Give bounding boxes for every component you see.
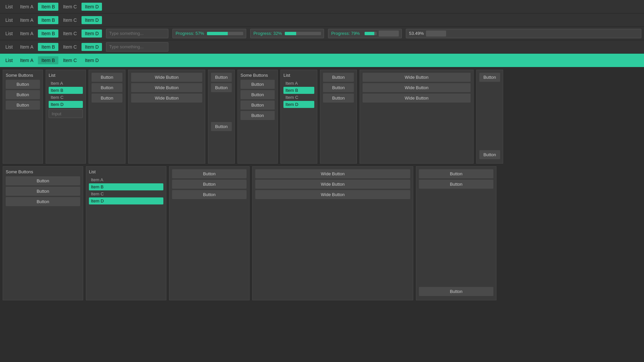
panel-bottom-bw-btn3[interactable]: Wide Button xyxy=(255,190,410,199)
panel-bottom-sb-btn2[interactable]: Button xyxy=(6,187,80,196)
panel-bn1-btn2[interactable]: Button xyxy=(92,83,122,92)
panel-bw1-btn3[interactable]: Wide Button xyxy=(131,94,202,103)
panel-sb2-btn4[interactable]: Button xyxy=(240,111,275,120)
panel-list-1-item-c[interactable]: Item C xyxy=(49,94,83,101)
nav-row-2-item-a[interactable]: Item A xyxy=(17,16,37,24)
panel-bn2-btn2[interactable]: Button xyxy=(323,83,354,92)
nav-row-4-item-b[interactable]: Item B xyxy=(38,43,58,51)
progress-32-track xyxy=(285,32,321,35)
panel-list-1-input[interactable] xyxy=(49,109,83,118)
panel-bottom-single-btn2[interactable]: Button xyxy=(419,180,493,189)
panel-some-buttons-1: Some Buttons Button Button Button xyxy=(3,70,43,164)
nav-row-5-label: List xyxy=(3,57,15,64)
panel-btns-narrow-2: Button Button Button xyxy=(320,70,357,164)
panel-bw2-btn3[interactable]: Wide Button xyxy=(363,94,471,103)
panel-bottom-sb-btn3[interactable]: Button xyxy=(6,197,80,206)
nav-row-1-label: List xyxy=(3,3,15,10)
progress-79-fill xyxy=(365,32,374,35)
panel-bottom-bw-btn1[interactable]: Wide Button xyxy=(255,169,410,178)
panel-list-1-item-b[interactable]: Item B xyxy=(49,87,83,94)
panel-sb2-btn2[interactable]: Button xyxy=(240,90,275,99)
panel-list-1: List Item A Item B Item C Item D xyxy=(46,70,86,164)
nav-row-1-item-c[interactable]: Item C xyxy=(60,3,80,11)
nav-row-3-item-c[interactable]: Item C xyxy=(60,29,80,38)
panel-bn2-btn3[interactable]: Button xyxy=(323,94,354,103)
panel-some-buttons-1-title: Some Buttons xyxy=(6,73,40,78)
panel-single-top-btn1[interactable]: Button xyxy=(211,73,232,82)
panel-bottom-sb-title: Some Buttons xyxy=(6,169,80,174)
nav-row-5-item-c[interactable]: Item C xyxy=(60,56,80,64)
panel-single2-bot-btn[interactable]: Button xyxy=(479,150,500,159)
nav-row-2-item-c[interactable]: Item C xyxy=(60,16,80,24)
panel-bw2-btn1[interactable]: Wide Button xyxy=(363,73,471,82)
progress-bar-79: Progress: 79% xyxy=(328,29,402,38)
panel-single2-spacer xyxy=(479,83,500,150)
nav-row-1-item-d[interactable]: Item D xyxy=(82,3,102,11)
panel-single-top-btn2[interactable]: Button xyxy=(211,83,232,92)
nav-row-2-label: List xyxy=(3,17,15,23)
panel-bottom-sb-btn1[interactable]: Button xyxy=(6,176,80,185)
panel-list-1-title: List xyxy=(49,73,83,78)
panel-single-mid-btn[interactable]: Button xyxy=(211,122,232,131)
nav-row-2-item-d[interactable]: Item D xyxy=(82,16,102,24)
nav-row-1: List Item A Item B Item C Item D xyxy=(0,0,644,13)
panel-list-2-item-d[interactable]: Item D xyxy=(283,101,314,108)
panel-list-1-item-a[interactable]: Item A xyxy=(49,80,83,87)
panel-sb2-btn1[interactable]: Button xyxy=(240,80,275,89)
progress-57-fill xyxy=(207,32,228,35)
panel-bw1-btn2[interactable]: Wide Button xyxy=(131,83,202,92)
nav-row-3-item-b[interactable]: Item B xyxy=(38,29,58,38)
panel-bottom-list-item-c[interactable]: Item C xyxy=(89,190,163,197)
progress-bar-57: Progress: 57% xyxy=(172,29,246,38)
panel-sb1-btn1[interactable]: Button xyxy=(6,80,40,89)
panel-list-2-item-a[interactable]: Item A xyxy=(283,80,314,87)
panel-sb1-btn3[interactable]: Button xyxy=(6,101,40,110)
panel-single-btn-1: Button Button Button xyxy=(208,70,235,164)
panel-bottom-btns-narrow: Button Button Button xyxy=(169,166,250,300)
panel-list-2-item-b[interactable]: Item B xyxy=(283,87,314,94)
nav-row-4-item-a[interactable]: Item A xyxy=(17,43,37,51)
nav-row-1-item-a[interactable]: Item A xyxy=(17,3,37,11)
nav-row-5-item-a[interactable]: Item A xyxy=(17,56,37,64)
panel-bottom-list-item-a[interactable]: Item A xyxy=(89,176,163,183)
panel-bottom-bn-btn1[interactable]: Button xyxy=(172,169,247,178)
progress-32-fill xyxy=(285,32,297,35)
nav-row-4-label: List xyxy=(3,44,15,50)
nav-row-3-item-a[interactable]: Item A xyxy=(17,29,37,38)
panel-bottom-btns-wide: Wide Button Wide Button Wide Button xyxy=(252,166,413,300)
progress-32-label: Progress: 32% xyxy=(253,31,282,36)
nav-row-1-item-b[interactable]: Item B xyxy=(38,3,58,11)
panel-bottom-bw-btn2[interactable]: Wide Button xyxy=(255,180,410,189)
panel-bn1-btn3[interactable]: Button xyxy=(92,94,122,103)
panel-bottom-list-item-d[interactable]: Item D xyxy=(89,197,163,204)
panel-single-spacer2 xyxy=(211,132,232,161)
panel-bw1-btn1[interactable]: Wide Button xyxy=(131,73,202,82)
panel-bottom-list: List Item A Item B Item C Item D xyxy=(86,166,166,300)
panel-single-btn-2: Button Button xyxy=(476,70,503,164)
panel-btns-wide-1: Wide Button Wide Button Wide Button xyxy=(128,70,205,164)
panel-bottom-single-btn3[interactable]: Button xyxy=(419,287,493,296)
panel-bn1-btn1[interactable]: Button xyxy=(92,73,122,82)
panel-bottom-bn-btn3[interactable]: Button xyxy=(172,190,247,199)
panel-bottom-list-title: List xyxy=(89,169,163,174)
nav-row-4-item-d[interactable]: Item D xyxy=(82,43,102,51)
panel-list-1-item-d[interactable]: Item D xyxy=(49,101,83,108)
nav-row-5-item-d[interactable]: Item D xyxy=(82,56,102,64)
nav-row-2-item-b[interactable]: Item B xyxy=(38,16,58,24)
panel-sb1-btn2[interactable]: Button xyxy=(6,90,40,99)
numeric-value-box xyxy=(426,31,446,37)
panel-sb2-btn3[interactable]: Button xyxy=(240,101,275,110)
nav-row-3-item-d[interactable]: Item D xyxy=(82,29,102,38)
panel-bottom-single-btn1[interactable]: Button xyxy=(419,169,493,178)
panel-bw2-btn2[interactable]: Wide Button xyxy=(363,83,471,92)
top-panels-row: Some Buttons Button Button Button List I… xyxy=(0,67,644,166)
nav-row-3-input[interactable] xyxy=(106,29,168,38)
panel-single2-top-btn[interactable]: Button xyxy=(479,73,500,82)
panel-bottom-list-item-b[interactable]: Item B xyxy=(89,183,163,190)
nav-row-4-item-c[interactable]: Item C xyxy=(60,43,80,51)
nav-row-5-item-b[interactable]: Item B xyxy=(38,56,58,64)
panel-list-2-item-c[interactable]: Item C xyxy=(283,94,314,101)
panel-bn2-btn1[interactable]: Button xyxy=(323,73,354,82)
nav-row-4-input[interactable] xyxy=(106,42,168,52)
panel-bottom-bn-btn2[interactable]: Button xyxy=(172,180,247,189)
